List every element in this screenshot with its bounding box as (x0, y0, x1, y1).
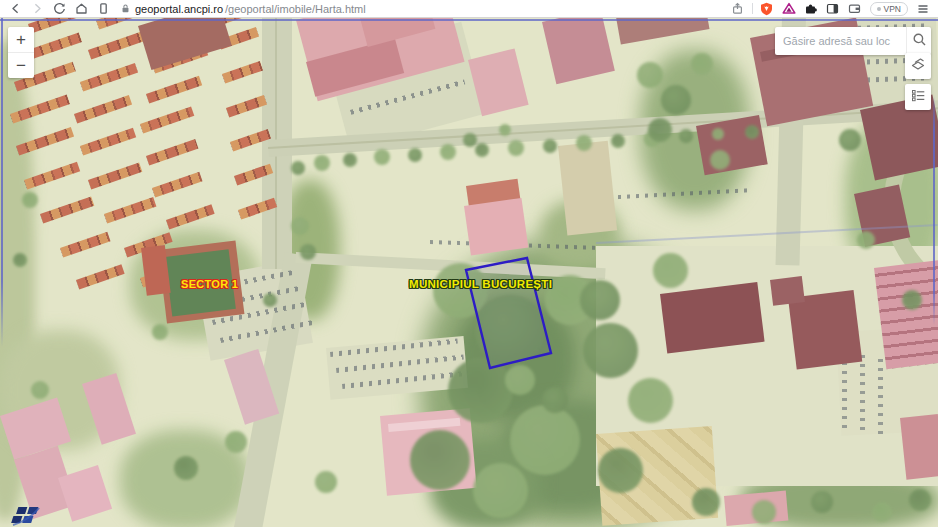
basemap-gallery-icon (910, 56, 926, 76)
map-feature (505, 365, 535, 395)
map-feature (745, 125, 759, 139)
map-feature (88, 31, 146, 59)
map-feature (900, 414, 938, 480)
map-feature (174, 456, 198, 480)
bookmark-button[interactable] (92, 1, 114, 17)
map-feature (692, 488, 720, 516)
map-feature (263, 293, 277, 307)
map-feature (696, 115, 768, 175)
map-feature (463, 133, 477, 147)
map-feature (80, 128, 136, 156)
zoom-in-button[interactable]: + (8, 27, 34, 53)
map-feature (314, 155, 330, 171)
map-feature (31, 381, 49, 399)
vpn-badge[interactable]: VPN (870, 2, 908, 16)
zoom-out-button[interactable]: − (8, 53, 34, 78)
wallet-icon[interactable] (844, 1, 866, 17)
map-feature (542, 387, 568, 413)
map-feature (222, 61, 263, 83)
url-path: /geoportal/imobile/Harta.html (225, 3, 366, 15)
layer-list-button[interactable] (905, 84, 931, 110)
map-feature (475, 143, 489, 157)
menu-button[interactable] (912, 1, 934, 17)
map-feature (752, 500, 776, 524)
browser-toolbar: geoportal.ancpi.ro/geoportal/imobile/Har… (0, 0, 938, 18)
map-feature (1, 17, 3, 347)
map-feature (140, 106, 194, 133)
map-feature (408, 148, 422, 162)
map-feature (710, 150, 730, 170)
map-feature (88, 162, 142, 189)
map-feature (300, 244, 316, 260)
map-feature (374, 149, 390, 165)
map-feature (637, 62, 663, 88)
url-domain: geoportal.ancpi.ro (135, 3, 223, 15)
brave-shield-icon[interactable] (756, 1, 778, 17)
map-feature (583, 323, 638, 378)
reload-button[interactable] (48, 1, 70, 17)
map-feature (508, 140, 524, 156)
map-feature (857, 231, 875, 249)
map-feature (770, 276, 805, 306)
map-feature (543, 139, 557, 153)
address-bar[interactable]: geoportal.ancpi.ro/geoportal/imobile/Har… (120, 0, 727, 18)
basemap-gallery-button[interactable] (905, 53, 931, 79)
map-feature (0, 19, 938, 21)
map-feature (152, 324, 168, 340)
forward-button[interactable] (26, 1, 48, 17)
map-feature (152, 172, 203, 198)
map-feature (13, 253, 27, 267)
map-feature (104, 197, 156, 223)
map-feature (679, 129, 693, 143)
map-feature (440, 144, 456, 160)
map-feature (165, 249, 236, 316)
map-feature (410, 430, 470, 490)
map-canvas[interactable]: SECTOR 1 MUNICIPIUL BUCUREȘTI + − (0, 17, 938, 527)
vpn-label: VPN (884, 4, 901, 14)
triangle-extension-icon[interactable] (778, 1, 800, 17)
map-feature (598, 448, 643, 493)
map-feature (839, 129, 861, 151)
toolbar-separator (752, 3, 753, 14)
map-feature (166, 204, 215, 229)
map-feature (60, 232, 111, 258)
map-feature (580, 280, 620, 320)
extensions-puzzle-icon[interactable] (800, 1, 822, 17)
back-button[interactable] (4, 1, 26, 17)
map-feature (473, 463, 528, 518)
map-feature (226, 95, 267, 117)
map-feature (648, 118, 672, 142)
map-feature (661, 85, 691, 115)
zoom-control: + − (8, 27, 34, 78)
search-input[interactable] (775, 27, 906, 55)
map-feature (653, 253, 688, 288)
map-feature (628, 378, 673, 423)
map-feature (146, 139, 198, 165)
map-feature (74, 95, 132, 123)
map-feature (616, 17, 709, 45)
map-feature (576, 135, 592, 151)
vpn-status-dot (877, 7, 881, 11)
map-feature (660, 282, 765, 353)
map-feature (510, 405, 580, 475)
layer-list-icon (911, 88, 926, 107)
map-feature (40, 196, 94, 223)
map-feature (860, 350, 865, 430)
map-feature (902, 290, 922, 310)
map-feature (448, 358, 513, 423)
home-button[interactable] (70, 1, 92, 17)
search-icon (912, 32, 927, 51)
map-feature (878, 356, 883, 434)
search-widget (775, 27, 931, 55)
map-feature (291, 161, 305, 175)
sidebar-toggle-icon[interactable] (822, 1, 844, 17)
map-feature (80, 63, 138, 91)
map-feature (499, 124, 511, 136)
map-feature (76, 264, 125, 289)
map-feature (22, 192, 38, 208)
map-feature (225, 431, 247, 453)
search-button[interactable] (906, 27, 931, 55)
map-feature (909, 489, 931, 511)
map-feature (712, 128, 724, 140)
share-button[interactable] (727, 1, 749, 17)
